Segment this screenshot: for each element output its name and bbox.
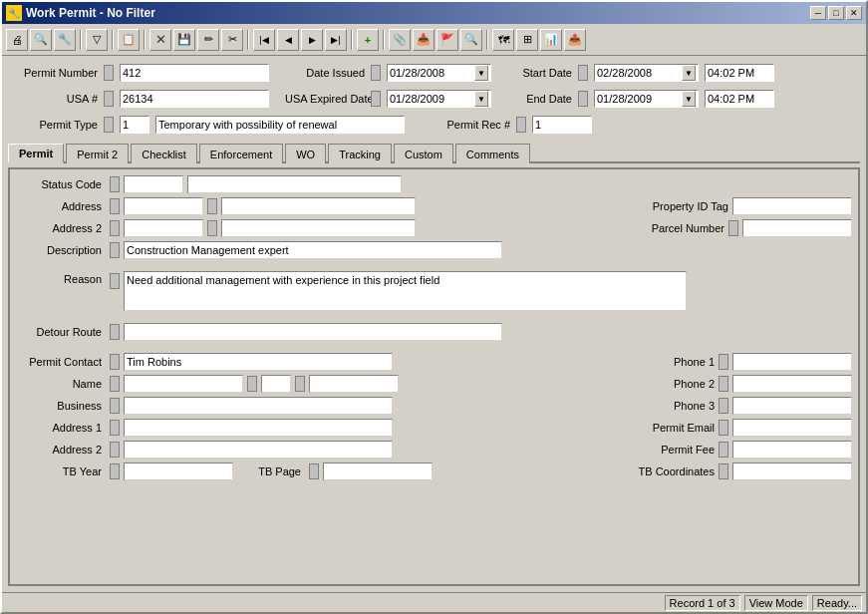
flag-button[interactable]: 🚩 — [436, 29, 458, 51]
phone2-input[interactable] — [732, 375, 852, 393]
address-marker — [110, 198, 120, 214]
permit-rec-marker — [516, 117, 526, 133]
copy-button[interactable]: 📋 — [118, 29, 140, 51]
import-button[interactable]: 📥 — [413, 29, 434, 51]
tab-checklist[interactable]: Checklist — [131, 144, 197, 163]
nav-first-button[interactable]: |◀ — [253, 29, 275, 51]
address1-input[interactable] — [124, 419, 393, 437]
tb-coordinates-input[interactable] — [732, 462, 852, 480]
tab-permit2[interactable]: Permit 2 — [66, 144, 129, 163]
permit-email-marker — [719, 420, 728, 436]
business-input[interactable] — [124, 397, 393, 415]
property-id-tag-input[interactable] — [732, 197, 852, 215]
search-button[interactable]: 🔍 — [460, 29, 482, 51]
print-button[interactable]: 🖨 — [6, 29, 28, 51]
tab-comments[interactable]: Comments — [455, 144, 530, 163]
maximize-button[interactable]: □ — [828, 6, 844, 20]
phone1-input[interactable] — [732, 353, 852, 371]
tb-page-input[interactable] — [323, 462, 433, 480]
edit-button[interactable]: ✏ — [197, 29, 219, 51]
sep2 — [112, 30, 114, 50]
start-time-input[interactable] — [705, 64, 774, 82]
phone1-label: Phone 1 — [640, 356, 715, 368]
address-input1[interactable] — [124, 197, 203, 215]
name-input2[interactable] — [261, 375, 291, 393]
address-label: Address — [16, 200, 106, 212]
tools-button[interactable]: 🔧 — [54, 29, 76, 51]
start-date-input[interactable]: 02/28/2008 ▼ — [594, 64, 699, 82]
name-label: Name — [16, 378, 106, 390]
permit-type-input[interactable] — [120, 116, 149, 134]
permit-type-desc-input[interactable] — [155, 116, 405, 134]
save-button[interactable]: 💾 — [173, 29, 195, 51]
sep3 — [144, 30, 145, 50]
start-date-dropdown[interactable]: ▼ — [682, 65, 696, 81]
detour-route-input[interactable] — [124, 323, 502, 341]
nav-next-button[interactable]: ▶ — [301, 29, 323, 51]
address-input2[interactable] — [221, 197, 416, 215]
parcel-number-input[interactable] — [742, 219, 852, 237]
add-button[interactable]: + — [357, 29, 379, 51]
permit-number-input[interactable] — [120, 64, 269, 82]
chart-button[interactable]: 📊 — [540, 29, 562, 51]
export-button[interactable]: 📤 — [564, 29, 586, 51]
name-marker3 — [295, 376, 305, 392]
reason-textarea[interactable]: Need additional management with experien… — [124, 271, 687, 311]
tab-custom[interactable]: Custom — [394, 144, 453, 163]
tab-permit[interactable]: Permit — [8, 144, 64, 163]
phone3-input[interactable] — [732, 397, 852, 415]
date-issued-input[interactable]: 01/28/2008 ▼ — [387, 64, 491, 82]
address2b-label: Address 2 — [16, 444, 106, 456]
status-code-desc-input[interactable] — [187, 175, 402, 193]
status-code-input[interactable] — [124, 175, 183, 193]
address2-marker — [110, 220, 120, 236]
sep5 — [351, 30, 353, 50]
usa-expired-label: USA Expired Date — [285, 93, 365, 105]
title-buttons: ─ □ ✕ — [810, 6, 862, 20]
description-input[interactable] — [124, 241, 502, 259]
tab-tracking[interactable]: Tracking — [328, 144, 392, 163]
usa-expired-dropdown[interactable]: ▼ — [474, 91, 488, 107]
tb-year-input[interactable] — [124, 462, 233, 480]
close-button[interactable]: ✕ — [846, 6, 862, 20]
map-button[interactable]: 🗺 — [492, 29, 514, 51]
tab-wo[interactable]: WO — [285, 144, 326, 163]
address2-input1[interactable] — [124, 219, 203, 237]
attach-button[interactable]: 📎 — [389, 29, 411, 51]
address2-row: Address 2 Parcel Number — [16, 219, 852, 237]
usa-expired-input[interactable]: 01/28/2009 ▼ — [387, 90, 491, 108]
permit-fee-input[interactable] — [732, 441, 852, 459]
end-date-dropdown[interactable]: ▼ — [682, 91, 696, 107]
name-input3[interactable] — [309, 375, 399, 393]
permit-rec-input[interactable] — [532, 116, 592, 134]
tb-page-label: TB Page — [245, 465, 305, 477]
cut-button[interactable]: ✂ — [221, 29, 243, 51]
description-row: Description — [16, 241, 852, 259]
permit-contact-row: Permit Contact Phone 1 — [16, 353, 852, 371]
permit-email-label: Permit Email — [640, 422, 715, 434]
usa-input[interactable] — [120, 90, 269, 108]
status-code-label: Status Code — [16, 178, 106, 190]
nav-last-button[interactable]: ▶| — [325, 29, 347, 51]
nav-prev-button[interactable]: ◀ — [277, 29, 299, 51]
permit-email-input[interactable] — [732, 419, 852, 437]
spacer2 — [16, 315, 852, 319]
filter-button[interactable]: ▽ — [86, 29, 108, 51]
delete-button[interactable]: ✕ — [149, 29, 171, 51]
reason-label: Reason — [16, 271, 106, 285]
detour-route-marker — [110, 324, 120, 340]
address2b-input[interactable] — [124, 441, 393, 459]
end-time-input[interactable] — [705, 90, 774, 108]
date-issued-dropdown[interactable]: ▼ — [474, 65, 488, 81]
address2-marker2 — [207, 220, 217, 236]
minimize-button[interactable]: ─ — [810, 6, 826, 20]
grid-button[interactable]: ⊞ — [516, 29, 538, 51]
preview-button[interactable]: 🔍 — [30, 29, 52, 51]
address2-input2[interactable] — [221, 219, 416, 237]
end-date-input[interactable]: 01/28/2009 ▼ — [594, 90, 699, 108]
window-title: Work Permit - No Filter — [26, 6, 155, 20]
name-input1[interactable] — [124, 375, 243, 393]
permit-contact-input[interactable] — [124, 353, 393, 371]
header-row-3: Permit Type Permit Rec # — [8, 114, 860, 136]
tab-enforcement[interactable]: Enforcement — [199, 144, 283, 163]
